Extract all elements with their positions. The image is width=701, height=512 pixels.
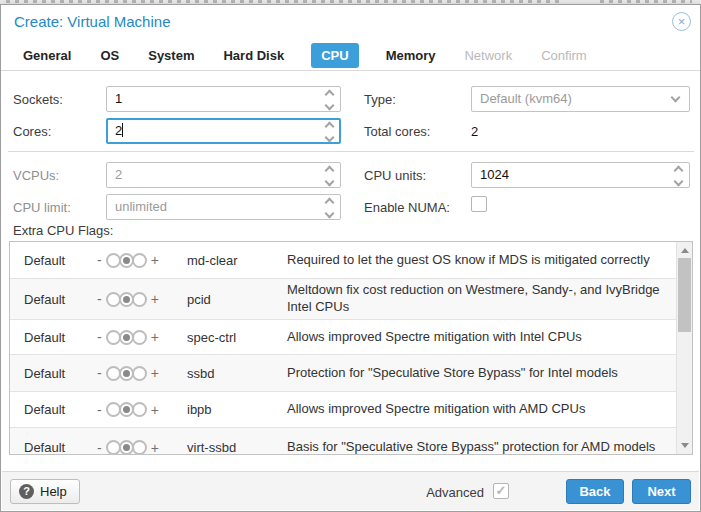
tab-memory[interactable]: Memory (384, 43, 438, 68)
tab-network: Network (462, 43, 514, 68)
cores-input[interactable]: 2 (106, 118, 341, 144)
type-label: Type: (364, 92, 396, 107)
flag-state: Default (24, 330, 97, 345)
sockets-value: 1 (115, 91, 122, 106)
slider-minus-icon[interactable]: - (97, 329, 102, 345)
slider-on-circle[interactable] (132, 366, 147, 381)
flag-slider[interactable]: - + (97, 365, 187, 381)
close-icon[interactable]: × (672, 12, 691, 31)
help-button[interactable]: ? Help (10, 479, 80, 504)
scrollbar-thumb[interactable] (678, 258, 691, 332)
screen: Create: Virtual Machine × General OS Sys… (0, 0, 701, 512)
sockets-input[interactable]: 1 (106, 86, 341, 112)
slider-minus-icon[interactable]: - (97, 402, 102, 418)
slider-plus-icon[interactable]: + (151, 252, 159, 268)
slider-plus-icon[interactable]: + (151, 402, 159, 418)
slider-on-circle[interactable] (132, 292, 147, 307)
create-vm-dialog: Create: Virtual Machine × General OS Sys… (0, 4, 701, 512)
flag-description: Basis for "Speculative Store Bypass" pro… (287, 439, 676, 455)
cpu-flags-list: Default - + md-clear Required to let the… (9, 241, 693, 455)
flag-name: md-clear (187, 253, 287, 268)
tab-cpu[interactable]: CPU (311, 43, 358, 68)
cpu-units-label: CPU units: (364, 168, 426, 183)
slider-plus-icon[interactable]: + (151, 440, 159, 456)
flag-slider[interactable]: - + (97, 402, 187, 418)
flag-slider[interactable]: - + (97, 291, 187, 307)
flag-name: ssbd (187, 366, 287, 381)
spinner-arrows-icon[interactable] (326, 123, 333, 141)
advanced-section-divider (8, 151, 694, 152)
slider-on-circle[interactable] (132, 402, 147, 417)
help-button-label: Help (40, 484, 67, 499)
type-value: Default (kvm64) (480, 91, 572, 106)
help-icon: ? (19, 484, 34, 499)
flag-description: Allows improved Spectre mitigation with … (287, 401, 676, 418)
slider-on-circle[interactable] (132, 440, 147, 455)
text-caret (122, 123, 123, 137)
back-button[interactable]: Back (566, 479, 624, 504)
flag-state: Default (24, 253, 97, 268)
flag-row-virt-ssbd[interactable]: Default - + virt-ssbd Basis for "Specula… (10, 428, 676, 455)
flag-state: Default (24, 292, 97, 307)
background-text-fragment (6, 0, 561, 3)
slider-minus-icon[interactable]: - (97, 365, 102, 381)
chevron-down-icon[interactable] (671, 93, 681, 103)
flag-row-spec-ctrl[interactable]: Default - + spec-ctrl Allows improved Sp… (10, 320, 676, 355)
flag-row-ssbd[interactable]: Default - + ssbd Protection for "Specula… (10, 355, 676, 392)
tab-os[interactable]: OS (98, 43, 121, 68)
tab-general[interactable]: General (21, 43, 73, 68)
flag-name: virt-ssbd (187, 440, 287, 455)
flag-row-ibpb[interactable]: Default - + ibpb Allows improved Spectre… (10, 392, 676, 428)
flag-row-md-clear[interactable]: Default - + md-clear Required to let the… (10, 242, 676, 279)
slider-plus-icon[interactable]: + (151, 365, 159, 381)
slider-on-circle[interactable] (132, 253, 147, 268)
spinner-arrows-icon (326, 199, 333, 217)
advanced-checkbox[interactable]: ✓ (493, 483, 509, 499)
flag-description: Protection for "Speculative Store Bypass… (287, 365, 676, 382)
slider-minus-icon[interactable]: - (97, 252, 102, 268)
flag-row-pcid[interactable]: Default - + pcid Meltdown fix cost reduc… (10, 279, 676, 320)
flag-name: pcid (187, 292, 287, 307)
scrollbar[interactable] (676, 242, 692, 454)
slider-minus-icon[interactable]: - (97, 440, 102, 456)
tab-hard-disk[interactable]: Hard Disk (221, 43, 286, 68)
type-dropdown[interactable]: Default (kvm64) (471, 86, 690, 112)
total-cores-label: Total cores: (364, 124, 430, 139)
flag-slider[interactable]: - + (97, 440, 187, 456)
cpu-units-value: 1024 (480, 167, 509, 182)
background-text-fragment (600, 0, 692, 3)
scroll-down-icon[interactable] (681, 443, 689, 448)
cpu-units-input[interactable]: 1024 (471, 162, 690, 188)
slider-plus-icon[interactable]: + (151, 329, 159, 345)
spinner-arrows-icon[interactable] (675, 167, 682, 185)
flag-description: Allows improved Spectre mitigation with … (287, 329, 676, 346)
flag-slider[interactable]: - + (97, 329, 187, 345)
sockets-label: Sockets: (13, 92, 63, 107)
slider-plus-icon[interactable]: + (151, 291, 159, 307)
spinner-arrows-icon (326, 167, 333, 185)
flag-state: Default (24, 366, 97, 381)
spinner-arrows-icon[interactable] (326, 91, 333, 109)
extra-cpu-flags-label: Extra CPU Flags: (13, 223, 113, 238)
vcpus-label: VCPUs: (13, 168, 59, 183)
enable-numa-checkbox[interactable]: ✓ (471, 196, 487, 212)
slider-on-circle[interactable] (132, 330, 147, 345)
next-button[interactable]: Next (632, 479, 691, 504)
slider-minus-icon[interactable]: - (97, 291, 102, 307)
cpu-limit-value: unlimited (115, 199, 167, 214)
enable-numa-label: Enable NUMA: (364, 200, 450, 215)
vcpus-input: 2 (106, 162, 341, 188)
total-cores-value: 2 (471, 124, 478, 139)
cores-label: Cores: (13, 124, 51, 139)
flag-state: Default (24, 402, 97, 417)
tab-system[interactable]: System (146, 43, 196, 68)
check-icon: ✓ (494, 484, 508, 498)
scroll-up-icon[interactable] (681, 248, 689, 253)
cpu-limit-input: unlimited (106, 194, 341, 220)
vcpus-value: 2 (115, 167, 122, 182)
tab-bar: General OS System Hard Disk CPU Memory N… (1, 41, 700, 71)
flag-slider[interactable]: - + (97, 252, 187, 268)
advanced-label: Advanced (426, 485, 484, 500)
tab-confirm: Confirm (539, 43, 589, 68)
flag-name: spec-ctrl (187, 330, 287, 345)
